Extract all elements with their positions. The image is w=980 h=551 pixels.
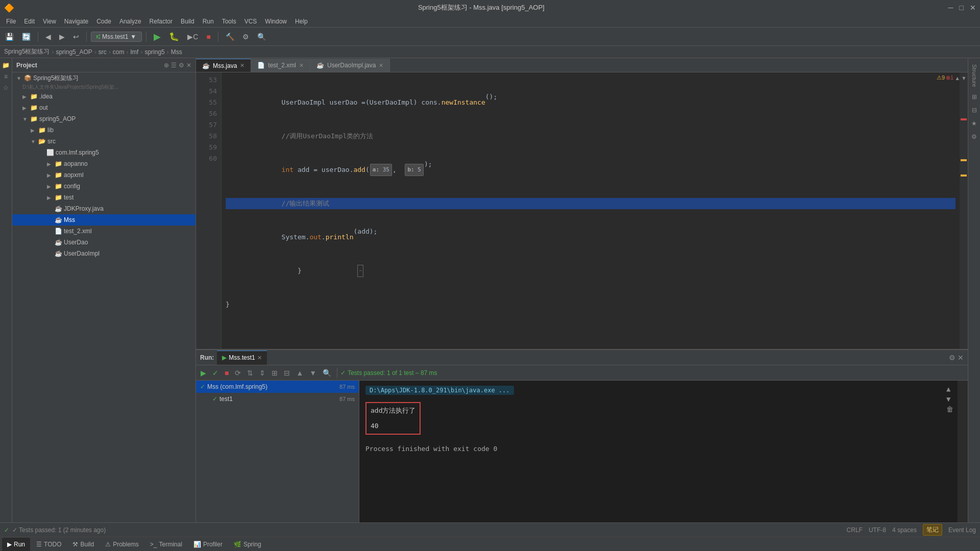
close-button[interactable]: ✕ <box>970 4 976 12</box>
tree-item-userdao[interactable]: ☕ UserDao <box>12 237 195 248</box>
run-stop-button[interactable]: ■ <box>222 368 231 378</box>
gutter-up[interactable]: ▲ <box>954 75 960 81</box>
tree-item-root[interactable]: ▼ 📦 Spring5框架练习 <box>12 72 195 84</box>
branch-selector[interactable]: ⑆ Mss.test1 ▼ <box>91 32 142 42</box>
project-scope-icon[interactable]: ⊕ <box>164 62 169 69</box>
project-close-icon[interactable]: ✕ <box>186 62 191 69</box>
dock-tab-spring[interactable]: 🌿 Spring <box>229 538 266 551</box>
event-log-label[interactable]: Event Log <box>948 527 976 534</box>
console-scroll-up-icon[interactable]: ▲ <box>946 385 953 393</box>
breadcrumb-module[interactable]: spring5_AOP <box>56 48 92 56</box>
run-with-coverage-button[interactable]: ▶C <box>184 31 201 42</box>
toolbar-back-button[interactable]: ◀ <box>42 31 54 42</box>
run-rerun-failed-button[interactable]: ⟳ <box>232 368 243 378</box>
code-editor[interactable]: 53 54 55 56 57 58 59 60 UserDaoImpl user… <box>196 72 968 349</box>
dock-tab-terminal[interactable]: >_ Terminal <box>145 538 187 551</box>
run-test-test1[interactable]: ✓ test1 87 ms <box>196 393 359 405</box>
left-icon-favorites[interactable]: ☆ <box>1 83 11 93</box>
status-indent[interactable]: 4 spaces <box>892 527 917 534</box>
gutter-down[interactable]: ▼ <box>961 75 967 81</box>
run-button[interactable]: ▶ <box>151 30 164 44</box>
tree-item-test[interactable]: ▶ 📁 test <box>12 192 195 203</box>
console-scroll-down-icon[interactable]: ▼ <box>946 395 953 403</box>
tree-item-mss[interactable]: ☕ Mss <box>12 214 195 226</box>
project-expand-icon[interactable]: ☰ <box>171 62 177 69</box>
run-console[interactable]: ▲ ▼ 🗑 D:\Apps\JDK-1.8.0_291\bin\java.exe… <box>359 381 958 522</box>
status-encoding[interactable]: UTF-8 <box>869 527 886 534</box>
toolbar-undo-button[interactable]: ↩ <box>70 31 82 42</box>
code-content[interactable]: UserDaoImpl userDao =(UserDaoImpl) cons.… <box>222 72 960 349</box>
toolbar-sync-button[interactable]: 🔄 <box>19 31 34 42</box>
menu-run[interactable]: Run <box>199 17 218 26</box>
stop-button[interactable]: ■ <box>203 31 213 42</box>
breadcrumb-src[interactable]: src <box>99 48 107 56</box>
maximize-button[interactable]: □ <box>960 4 964 12</box>
tree-item-idea[interactable]: ▶ 📁 .idea <box>12 91 195 102</box>
breadcrumb-lmf[interactable]: lmf <box>130 48 138 56</box>
tree-item-test2xml[interactable]: 📄 test_2.xml <box>12 226 195 237</box>
build-button[interactable]: 🔨 <box>223 31 237 42</box>
console-clear-icon[interactable]: 🗑 <box>946 405 953 413</box>
menu-analyze[interactable]: Analyze <box>115 17 145 26</box>
run-down-button[interactable]: ▼ <box>307 368 319 378</box>
tree-item-src[interactable]: ▼ 📂 src <box>12 136 195 147</box>
project-settings-icon[interactable]: ⚙ <box>179 62 184 69</box>
run-sort2-button[interactable]: ⇕ <box>257 368 268 378</box>
tree-item-jdkproxy[interactable]: ☕ JDKProxy.java <box>12 203 195 214</box>
settings-button[interactable]: ⚙ <box>239 31 252 42</box>
menu-code[interactable]: Code <box>92 17 115 26</box>
menu-file[interactable]: File <box>2 17 20 26</box>
tree-item-aopxml[interactable]: ▶ 📁 aopxml <box>12 169 195 181</box>
run-up-button[interactable]: ▲ <box>293 368 306 378</box>
tree-item-lib[interactable]: ▶ 📁 lib <box>12 124 195 136</box>
dock-tab-problems[interactable]: ⚠ Problems <box>100 538 144 551</box>
left-icon-structure[interactable]: ≡ <box>1 71 11 82</box>
dock-tab-profiler[interactable]: 📊 Profiler <box>188 538 228 551</box>
menu-refactor[interactable]: Refactor <box>145 17 177 26</box>
structure-icon-4[interactable]: ⚙ <box>970 131 978 142</box>
status-note-label[interactable]: 笔记 <box>923 524 942 536</box>
run-panel-close-icon[interactable]: ✕ <box>958 354 964 362</box>
structure-icon-1[interactable]: ⊞ <box>971 91 978 103</box>
tab-test2-xml[interactable]: 📄 test_2.xml ✕ <box>251 59 310 72</box>
fold-icon-58[interactable]: − <box>357 265 363 277</box>
tab-close-userdaoimpl[interactable]: ✕ <box>379 62 383 69</box>
menu-build[interactable]: Build <box>177 17 199 26</box>
menu-tools[interactable]: Tools <box>218 17 240 26</box>
tree-item-spring5aop[interactable]: ▼ 📁 spring5_AOP <box>12 113 195 124</box>
toolbar-forward-button[interactable]: ▶ <box>56 31 68 42</box>
menu-help[interactable]: Help <box>291 17 312 26</box>
dock-tab-run[interactable]: ▶ Run <box>2 538 30 551</box>
tab-close-mss[interactable]: ✕ <box>240 62 244 69</box>
breadcrumb-com[interactable]: com <box>113 48 125 56</box>
minimize-button[interactable]: ─ <box>948 4 953 12</box>
menu-window[interactable]: Window <box>261 17 291 26</box>
structure-panel-label[interactable]: Structure <box>971 62 977 89</box>
menu-vcs[interactable]: VCS <box>240 17 261 26</box>
tree-item-out[interactable]: ▶ 📁 out <box>12 102 195 113</box>
debug-button[interactable]: 🐛 <box>166 30 182 43</box>
run-test-mss[interactable]: ✓ Mss (com.lmf.spring5) 87 ms <box>196 381 359 393</box>
menu-view[interactable]: View <box>39 17 60 26</box>
tab-mss-java[interactable]: ☕ Mss.java ✕ <box>196 59 251 72</box>
tab-close-test2[interactable]: ✕ <box>299 62 304 69</box>
breadcrumb-project[interactable]: Spring5框架练习 <box>4 47 50 56</box>
left-icon-project[interactable]: 📁 <box>1 60 11 70</box>
dock-tab-build[interactable]: ⚒ Build <box>67 538 99 551</box>
search-button[interactable]: 🔍 <box>254 31 269 42</box>
run-search-button[interactable]: 🔍 <box>320 368 334 378</box>
run-collapse-button[interactable]: ⊟ <box>281 368 292 378</box>
run-tab-close-mss[interactable]: ✕ <box>257 355 262 361</box>
tree-item-package[interactable]: ⬜ com.lmf.spring5 <box>12 147 195 158</box>
run-expand-button[interactable]: ⊞ <box>269 368 280 378</box>
menu-navigate[interactable]: Navigate <box>60 17 92 26</box>
tree-item-userdaoimpl[interactable]: ☕ UserDaoImpl <box>12 248 195 259</box>
status-crlf[interactable]: CRLF <box>847 527 863 534</box>
run-panel-settings-icon[interactable]: ⚙ <box>949 354 955 362</box>
breadcrumb-spring5[interactable]: spring5 <box>144 48 164 56</box>
tree-item-config[interactable]: ▶ 📁 config <box>12 181 195 192</box>
dock-tab-todo[interactable]: ☰ TODO <box>31 538 66 551</box>
menu-edit[interactable]: Edit <box>20 17 39 26</box>
toolbar-save-button[interactable]: 💾 <box>2 31 17 42</box>
run-tab-mss[interactable]: ▶ Mss.test1 ✕ <box>217 350 266 365</box>
